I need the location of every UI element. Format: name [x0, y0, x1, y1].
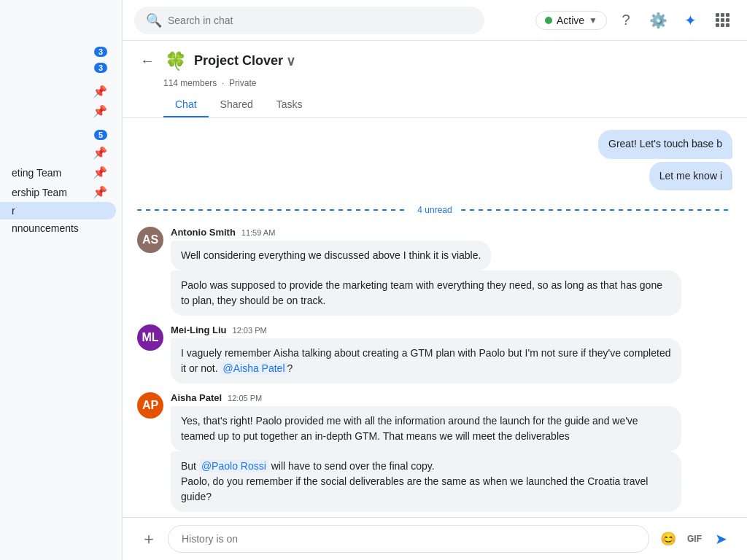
send-button[interactable]: ➤: [709, 527, 732, 551]
message-time-aisha: 12:05 PM: [228, 394, 262, 402]
channel-dropdown-icon[interactable]: ∨: [286, 53, 295, 69]
active-status-button[interactable]: Active ▼: [535, 11, 607, 30]
sidebar-item-label: nnouncements: [12, 222, 79, 234]
messages-area: Great! Let's touch base b Let me know i …: [123, 118, 747, 517]
help-icon: ?: [622, 12, 630, 28]
badge-1: 3: [94, 47, 107, 57]
message-sender-antonio: Antonio Smith: [171, 227, 236, 238]
chevron-down-icon: ▼: [589, 15, 597, 26]
active-dot: [545, 17, 552, 24]
pin-icon-8: 📌: [93, 185, 107, 199]
sidebar-item-label: ership Team: [12, 187, 67, 198]
search-input[interactable]: [168, 15, 473, 26]
message-sender-aisha: Aisha Patel: [171, 392, 222, 403]
message-time-meilin: 12:03 PM: [233, 326, 267, 335]
message-header-aisha: Aisha Patel 12:05 PM: [171, 392, 681, 403]
message-bubble-antonio-1: Well considering everything we discussed…: [171, 241, 491, 271]
sent-bubble-2: Let me know i: [649, 162, 732, 191]
message-time-antonio: 11:59 AM: [241, 228, 275, 237]
sidebar-item-2[interactable]: 3: [0, 60, 116, 76]
message-text: Well considering everything we discussed…: [181, 249, 481, 261]
help-button[interactable]: ?: [613, 7, 639, 34]
apps-button[interactable]: [709, 7, 735, 34]
message-header-antonio: Antonio Smith 11:59 AM: [171, 227, 681, 238]
chat-input[interactable]: [168, 525, 649, 553]
tab-bar: Chat Shared Tasks: [163, 93, 732, 117]
mention-aisha[interactable]: @Aisha Patel: [220, 362, 287, 375]
pin-icon-4: 📌: [93, 104, 107, 118]
avatar-initials: ML: [142, 331, 158, 344]
channel-name: Project Clover ∨: [194, 53, 295, 69]
message-bubble-meilin-1: I vaguely remember Aisha talking about c…: [171, 338, 681, 384]
channel-title-row: ← 🍀 Project Clover ∨: [137, 50, 732, 72]
message-text: Paolo was supposed to provide the market…: [181, 279, 662, 306]
channel-emoji: 🍀: [165, 51, 187, 71]
tab-shared[interactable]: Shared: [209, 93, 265, 117]
tab-tasks-label: Tasks: [276, 98, 303, 110]
sidebar-item-project-clover[interactable]: r: [0, 202, 116, 219]
message-content-meilin: Mei-Ling Liu 12:03 PM I vaguely remember…: [171, 324, 681, 384]
badge-5: 5: [94, 130, 107, 140]
sidebar: 3 3 📌 📌 5 📌 eting Team 📌 ership Team 📌 r…: [0, 0, 123, 560]
channel-meta: 114 members · Private: [163, 78, 732, 88]
sidebar-item-label: r: [12, 205, 15, 217]
sidebar-item-1[interactable]: 3: [0, 44, 116, 60]
message-group-aisha: AP Aisha Patel 12:05 PM Yes, that's righ…: [137, 392, 732, 512]
message-group-antonio: AS Antonio Smith 11:59 AM Well consideri…: [137, 227, 732, 316]
avatar-antonio: AS: [137, 227, 163, 253]
sidebar-item-5[interactable]: 5: [0, 127, 116, 143]
gear-icon: ⚙️: [649, 12, 667, 29]
message-bubble-aisha-2: But @Paolo Rossi will have to send over …: [171, 451, 681, 512]
sent-message-1: Great! Let's touch base b: [137, 130, 732, 159]
settings-button[interactable]: ⚙️: [645, 7, 671, 34]
topbar-right: Active ▼ ? ⚙️ ✦: [535, 7, 735, 34]
sent-bubble-1: Great! Let's touch base b: [598, 130, 732, 159]
tab-chat[interactable]: Chat: [163, 93, 209, 117]
sidebar-item-meeting-team[interactable]: eting Team 📌: [0, 163, 116, 182]
avatar-meilin: ML: [137, 324, 163, 351]
tab-tasks[interactable]: Tasks: [265, 93, 314, 117]
message-group-meilin: ML Mei-Ling Liu 12:03 PM I vaguely remem…: [137, 324, 732, 384]
avatar-initials: AP: [142, 399, 158, 412]
add-attachment-button[interactable]: ＋: [137, 527, 160, 551]
pin-icon-6: 📌: [93, 146, 107, 160]
tab-shared-label: Shared: [220, 98, 253, 110]
channel-header: ← 🍀 Project Clover ∨ 114 members · Priva…: [123, 41, 747, 118]
sent-bubble-text: Let me know i: [659, 170, 722, 182]
avatar-initials: AS: [142, 233, 158, 246]
sidebar-item-6[interactable]: 📌: [0, 143, 116, 163]
sparkle-button[interactable]: ✦: [677, 7, 703, 34]
message-bubble-aisha-1: Yes, that's right! Paolo provided me wit…: [171, 406, 681, 451]
pin-icon-3: 📌: [93, 85, 107, 98]
sidebar-item-label: eting Team: [12, 167, 61, 179]
pin-icon-7: 📌: [93, 166, 107, 179]
topbar: 🔍 Active ▼ ? ⚙️ ✦: [123, 0, 747, 41]
unread-divider: 4 unread: [137, 205, 732, 215]
unread-line-left: [137, 209, 409, 211]
back-button[interactable]: ←: [137, 50, 158, 72]
main-area: 🔍 Active ▼ ? ⚙️ ✦: [123, 0, 747, 560]
message-content-antonio: Antonio Smith 11:59 AM Well considering …: [171, 227, 681, 316]
avatar-aisha: AP: [137, 392, 163, 419]
search-icon: 🔍: [146, 12, 162, 28]
message-sender-meilin: Mei-Ling Liu: [171, 324, 227, 335]
channel-name-text: Project Clover: [194, 53, 283, 69]
emoji-button[interactable]: 😊: [657, 527, 680, 551]
sidebar-item-4[interactable]: 📌: [0, 101, 116, 121]
input-area: ＋ 😊 GIF ➤: [123, 517, 747, 560]
sent-bubble-text: Great! Let's touch base b: [608, 138, 722, 149]
active-label: Active: [557, 15, 584, 26]
message-bubble-antonio-2: Paolo was supposed to provide the market…: [171, 271, 681, 316]
unread-count: 4 unread: [414, 205, 454, 215]
sent-message-2: Let me know i: [137, 162, 732, 191]
gif-button[interactable]: GIF: [683, 527, 706, 551]
sidebar-item-announcements[interactable]: nnouncements: [0, 219, 116, 237]
search-bar[interactable]: 🔍: [134, 7, 484, 34]
sidebar-item-3[interactable]: 📌: [0, 82, 116, 101]
apps-grid-icon: [714, 12, 731, 28]
unread-line-right: [461, 209, 732, 211]
mention-paolo[interactable]: @Paolo Rossi: [199, 459, 268, 472]
sidebar-item-leadership-team[interactable]: ership Team 📌: [0, 182, 116, 202]
message-content-aisha: Aisha Patel 12:05 PM Yes, that's right! …: [171, 392, 681, 512]
message-header-meilin: Mei-Ling Liu 12:03 PM: [171, 324, 681, 335]
